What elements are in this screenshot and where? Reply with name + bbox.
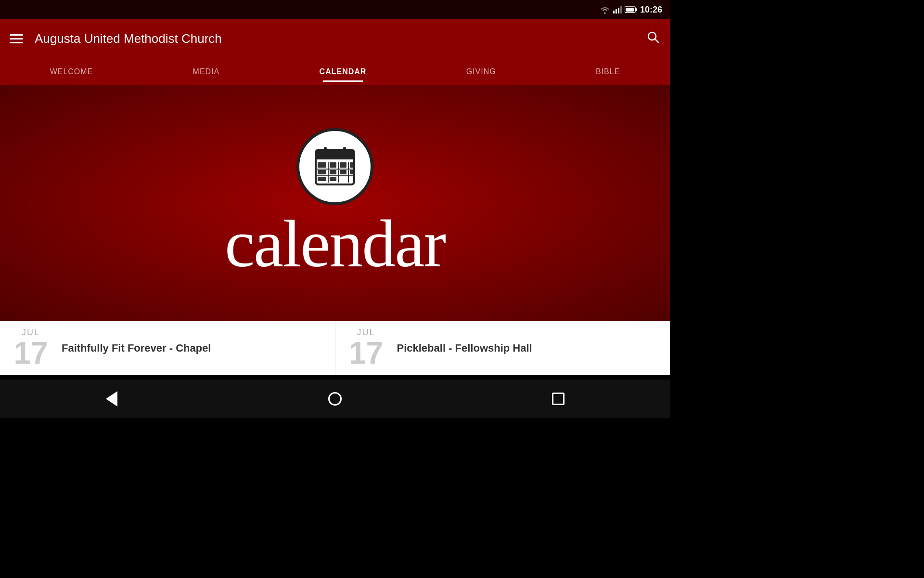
calendar-grid-svg	[313, 145, 357, 188]
svg-rect-25	[340, 170, 346, 174]
nav-tabs: WELCOME MEDIA CALENDAR GIVING BIBLE	[0, 58, 670, 85]
hamburger-menu-button[interactable]	[10, 34, 23, 43]
svg-rect-26	[350, 170, 353, 174]
home-button[interactable]	[321, 384, 349, 413]
tab-giving[interactable]: GIVING	[457, 64, 506, 80]
svg-rect-19	[318, 162, 326, 168]
svg-rect-5	[635, 8, 637, 11]
events-section: JUL 17 Faithfully Fit Forever - Chapel J…	[0, 321, 670, 375]
svg-rect-13	[343, 147, 346, 155]
status-time: 10:26	[640, 5, 662, 15]
status-icons: 10:26	[600, 5, 662, 15]
hero-title: calendar	[225, 210, 445, 277]
svg-rect-22	[350, 162, 353, 168]
svg-rect-3	[620, 6, 622, 13]
svg-rect-1	[616, 9, 617, 13]
event-card-1[interactable]: JUL 17 Faithfully Fit Forever - Chapel	[0, 321, 335, 375]
svg-rect-12	[324, 147, 327, 155]
tab-media[interactable]: MEDIA	[183, 64, 230, 80]
event-title-2: Pickleball - Fellowship Hall	[397, 342, 532, 355]
tab-bible[interactable]: BIBLE	[586, 64, 629, 80]
event-card-2[interactable]: JUL 17 Pickleball - Fellowship Hall	[335, 321, 670, 375]
signal-icon	[613, 6, 622, 13]
svg-rect-11	[316, 157, 354, 159]
svg-point-7	[648, 32, 656, 40]
svg-line-8	[655, 39, 659, 43]
app-title: Augusta United Methodist Church	[35, 31, 646, 46]
hero-banner: calendar	[0, 85, 670, 321]
search-button[interactable]	[646, 30, 660, 48]
svg-rect-2	[618, 8, 619, 13]
back-button[interactable]	[97, 384, 126, 413]
battery-icon	[625, 6, 637, 13]
svg-rect-0	[613, 11, 615, 13]
app-bar: Augusta United Methodist Church	[0, 19, 670, 58]
recents-button[interactable]	[544, 384, 573, 413]
svg-rect-21	[340, 162, 346, 168]
calendar-circle-icon	[296, 128, 373, 205]
svg-rect-23	[318, 170, 326, 174]
bottom-nav	[0, 380, 670, 418]
svg-rect-28	[330, 177, 336, 181]
svg-rect-27	[318, 177, 326, 181]
event-day-2: 17	[349, 338, 383, 368]
wifi-icon	[600, 6, 610, 13]
svg-rect-24	[330, 170, 336, 174]
event-day-1: 17	[13, 338, 48, 368]
event-title-1: Faithfully Fit Forever - Chapel	[62, 342, 211, 355]
tab-calendar[interactable]: CALENDAR	[310, 64, 376, 80]
svg-rect-6	[626, 8, 634, 12]
tab-welcome[interactable]: WELCOME	[40, 64, 103, 80]
event-date-1: JUL 17	[12, 328, 50, 368]
status-bar: 10:26	[0, 0, 670, 19]
svg-rect-20	[330, 162, 336, 168]
event-date-2: JUL 17	[347, 328, 385, 368]
